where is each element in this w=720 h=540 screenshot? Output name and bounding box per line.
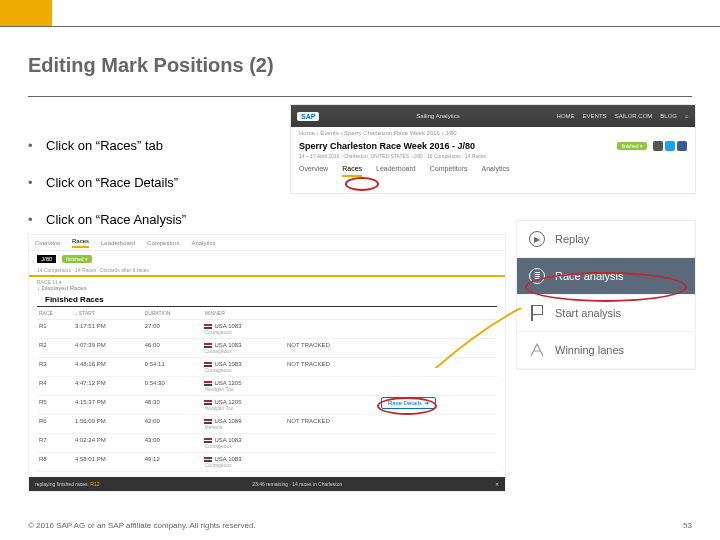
col-duration: DURATION [143, 307, 203, 320]
cell-duration: 43:00 [143, 434, 203, 453]
tab-leaderboard[interactable]: Leaderboard [101, 240, 135, 246]
page-title: Editing Mark Positions (2) [28, 54, 274, 77]
cell-winner: USA 1083Courageous [202, 434, 284, 453]
table-row: R61:56:09 PM42:00USA 1089MehetiaNOT TRAC… [37, 415, 497, 434]
cell-winner: USA 1205Hooligan Too [202, 396, 284, 415]
cell-start: 3:17:51 PM [73, 320, 143, 339]
col-winner: WINNER [202, 307, 284, 320]
col-start: ↓ START [73, 307, 143, 320]
cell-status [285, 320, 379, 339]
cell-action [379, 434, 497, 453]
breadcrumb: Home › Events › Sperry Charleston Race W… [291, 127, 695, 139]
menu-item-start-analysis[interactable]: Start analysis [517, 295, 695, 332]
cell-winner: USA 1083Courageous [202, 453, 284, 472]
screenshot-event-header: SAP Sailing Analytics HOME EVENTS SAILOR… [290, 104, 696, 194]
table-row: R34:48:16 PM0:54:11USA 1083CourageousNOT… [37, 358, 497, 377]
highlight-ring-races-tab [345, 177, 379, 191]
cell-status: NOT TRACKED [285, 339, 379, 358]
cell-status [285, 434, 379, 453]
cell-status: NOT TRACKED [285, 358, 379, 377]
app-top-bar: SAP Sailing Analytics HOME EVENTS SAILOR… [291, 105, 695, 127]
screenshot-races-table: Overview Races Leaderboard Competitors A… [28, 234, 506, 492]
status-badge[interactable]: finished ▾ [617, 142, 647, 150]
tab-overview[interactable]: Overview [35, 240, 60, 246]
top-divider [0, 26, 720, 27]
cell-race: R7 [37, 434, 73, 453]
nav-item[interactable]: HOME [557, 113, 575, 119]
class-meta: 14 Competitors · 14 Races · Discards aft… [29, 267, 505, 273]
cell-duration: 0:54:11 [143, 358, 203, 377]
cell-duration: 0:54:30 [143, 377, 203, 396]
cell-race: R2 [37, 339, 73, 358]
cell-race: R5 [37, 396, 73, 415]
search-icon[interactable]: ⌕ [685, 113, 689, 119]
cell-race: R8 [37, 453, 73, 472]
cell-status [285, 396, 379, 415]
cell-action [379, 358, 497, 377]
race-details-button[interactable]: Race Details ➜ [381, 397, 436, 409]
tab-analytics[interactable]: Analytics [481, 165, 509, 177]
cell-duration: 49:12 [143, 453, 203, 472]
cell-action [379, 339, 497, 358]
col-race: RACE [37, 307, 73, 320]
table-row: R24:07:39 PM46:00USA 1083CourageousNOT T… [37, 339, 497, 358]
nav-item[interactable]: SAILOR.COM [615, 113, 653, 119]
table-heading: Finished Races [37, 291, 497, 307]
cell-race: R3 [37, 358, 73, 377]
tab-competitors[interactable]: Competitors [147, 240, 179, 246]
winning-lanes-icon [529, 342, 545, 358]
sap-logo: SAP [297, 112, 319, 121]
footer-count: 23:46 remaining · 14 races in Charleston [252, 481, 342, 487]
table-row: R13:17:51 PM27:00USA 1083Courageous [37, 320, 497, 339]
table-row: R84:58:01 PM49:12USA 1083Courageous [37, 453, 497, 472]
tab-races[interactable]: Races [342, 165, 362, 177]
twitter-icon[interactable] [665, 141, 675, 151]
cell-start: 4:48:16 PM [73, 358, 143, 377]
cell-winner: USA 1205Hooligan Too [202, 377, 284, 396]
cell-action: Race Details ➜ [379, 396, 497, 415]
title-divider [28, 96, 692, 97]
class-label: J/80 [37, 255, 56, 263]
cell-status [285, 377, 379, 396]
races-table: RACE ↓ START DURATION WINNER R13:17:51 P… [37, 307, 497, 472]
status-badge[interactable]: finished ▾ [62, 255, 92, 263]
instruction-list: Click on “Races” tab Click on “Race Deta… [28, 138, 248, 249]
event-tabs: Overview Races Leaderboard Competitors A… [291, 159, 695, 177]
cell-duration: 46:00 [143, 339, 203, 358]
event-title: Sperry Charleston Race Week 2016 - J/80 [299, 141, 611, 151]
table-row: R74:02:24 PM43:00USA 1083Courageous [37, 434, 497, 453]
menu-label: Winning lanes [555, 344, 624, 356]
nav-item[interactable]: BLOG [660, 113, 677, 119]
page-tabs: Overview Races Leaderboard Competitors A… [29, 235, 505, 251]
menu-item-race-analysis[interactable]: ≣ Race analysis [517, 258, 695, 295]
bullet-item: Click on “Races” tab [28, 138, 248, 153]
cell-winner: USA 1083Courageous [202, 339, 284, 358]
close-icon[interactable]: ✕ [495, 481, 499, 487]
bullet-item: Click on “Race Details” [28, 175, 248, 190]
nav-item[interactable]: EVENTS [583, 113, 607, 119]
menu-label: Replay [555, 233, 589, 245]
copyright-text: © 2016 SAP AG or an SAP affiliate compan… [28, 521, 256, 530]
menu-item-winning-lanes[interactable]: Winning lanes [517, 332, 695, 369]
table-row: R44:47:12 PM0:54:30USA 1205Hooligan Too [37, 377, 497, 396]
cell-action [379, 377, 497, 396]
facebook-icon[interactable] [677, 141, 687, 151]
cell-start: 4:58:01 PM [73, 453, 143, 472]
tab-overview[interactable]: Overview [299, 165, 328, 177]
cell-race: R6 [37, 415, 73, 434]
tab-analytics[interactable]: Analytics [191, 240, 215, 246]
bullet-item: Click on “Race Analysis” [28, 212, 248, 227]
col-status [285, 307, 379, 320]
menu-label: Start analysis [555, 307, 621, 319]
tab-leaderboard[interactable]: Leaderboard [376, 165, 416, 177]
share-icon[interactable] [653, 141, 663, 151]
replay-footer: replaying finished races: R12 23:46 rema… [29, 477, 505, 491]
tab-competitors[interactable]: Competitors [430, 165, 468, 177]
table-row: R54:15:37 PM48:30USA 1205Hooligan TooRac… [37, 396, 497, 415]
menu-item-replay[interactable]: ▶ Replay [517, 221, 695, 258]
tab-races[interactable]: Races [72, 238, 89, 248]
footer-label: replaying finished races: [35, 481, 89, 487]
app-brand: Sailing Analytics [416, 113, 459, 119]
cell-start: 1:56:09 PM [73, 415, 143, 434]
accent-divider [29, 275, 505, 277]
